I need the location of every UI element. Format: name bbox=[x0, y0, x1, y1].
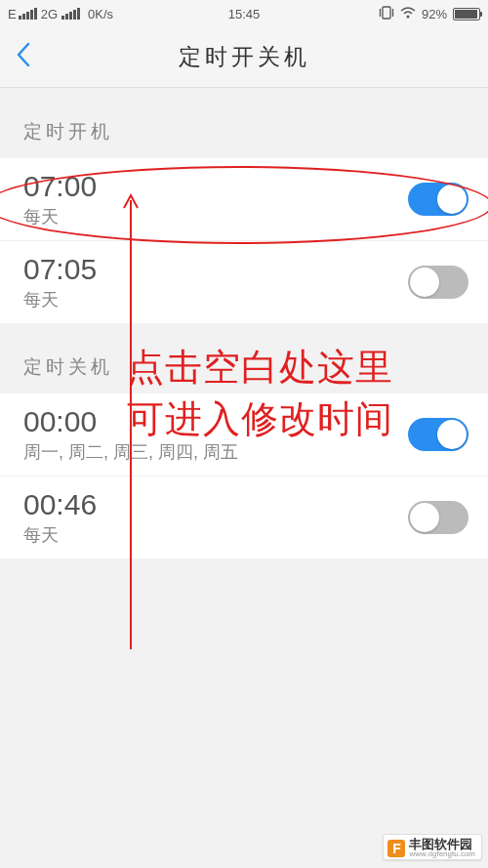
row-repeat: 每天 bbox=[23, 205, 408, 228]
schedule-row-poweron-0[interactable]: 07:00 每天 bbox=[0, 158, 488, 240]
battery-icon bbox=[453, 8, 480, 21]
section-header-poweroff: 定时关机 bbox=[0, 323, 488, 393]
row-time: 00:00 bbox=[23, 405, 408, 438]
page-title: 定时开关机 bbox=[0, 42, 488, 72]
status-time: 15:45 bbox=[228, 7, 261, 21]
schedule-row-poweroff-1[interactable]: 00:46 每天 bbox=[0, 475, 488, 558]
wifi-icon bbox=[400, 7, 416, 21]
network-gen: 2G bbox=[41, 7, 58, 21]
status-bar: E 2G 0K/s 15:45 92% bbox=[0, 0, 488, 27]
watermark-url: www.dgfengtu.com bbox=[409, 850, 475, 858]
row-repeat: 每天 bbox=[23, 288, 408, 311]
schedule-row-poweron-1[interactable]: 07:05 每天 bbox=[0, 240, 488, 323]
row-repeat: 周一, 周二, 周三, 周四, 周五 bbox=[23, 440, 408, 464]
row-time: 07:05 bbox=[23, 253, 408, 286]
navbar: 定时开关机 bbox=[0, 27, 488, 88]
network-e: E bbox=[8, 7, 17, 21]
section-header-poweron: 定时开机 bbox=[0, 88, 488, 158]
svg-rect-0 bbox=[383, 7, 390, 19]
signal-icon-2 bbox=[61, 8, 80, 20]
row-repeat: 每天 bbox=[23, 523, 408, 547]
content: 定时开机 07:00 每天 07:05 每天 定时关机 00:00 周一, 周二… bbox=[0, 88, 488, 558]
watermark: F 丰图软件园 www.dgfengtu.com bbox=[383, 834, 482, 860]
toggle-poweroff-1[interactable] bbox=[408, 501, 468, 534]
vibrate-icon bbox=[379, 6, 394, 22]
row-time: 00:46 bbox=[23, 488, 408, 521]
toggle-poweron-0[interactable] bbox=[408, 183, 468, 216]
signal-icon bbox=[19, 8, 37, 20]
row-time: 07:00 bbox=[23, 170, 408, 203]
toggle-poweron-1[interactable] bbox=[408, 266, 468, 299]
svg-point-3 bbox=[406, 15, 409, 18]
schedule-row-poweroff-0[interactable]: 00:00 周一, 周二, 周三, 周四, 周五 bbox=[0, 393, 488, 475]
net-speed: 0K/s bbox=[88, 7, 113, 21]
back-button[interactable] bbox=[16, 42, 31, 72]
toggle-poweroff-0[interactable] bbox=[408, 418, 468, 451]
watermark-logo-icon: F bbox=[387, 840, 405, 857]
battery-percent: 92% bbox=[422, 7, 447, 21]
